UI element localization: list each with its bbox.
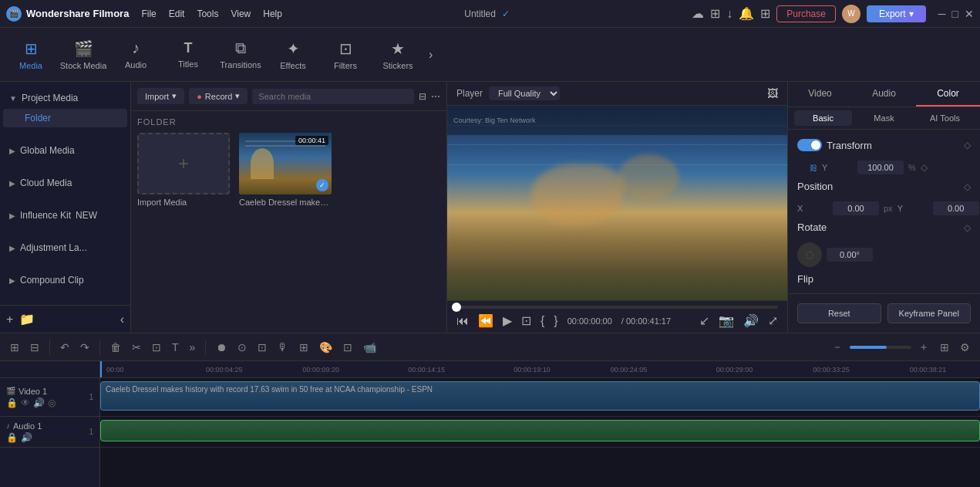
pos-x-input[interactable]: [833, 201, 879, 215]
mark-out-button[interactable]: }: [554, 314, 557, 328]
fullscreen-button[interactable]: ⤢: [768, 313, 778, 328]
record-tl-button[interactable]: ⏺: [212, 339, 231, 356]
menu-help[interactable]: Help: [263, 8, 282, 19]
sidebar-influence-kit-header[interactable]: ▶ Influence Kit NEW: [0, 205, 130, 225]
sidebar-folder-button[interactable]: 📁: [19, 312, 35, 326]
close-button[interactable]: ✕: [965, 8, 974, 20]
delete-button[interactable]: 🗑: [106, 339, 125, 356]
rotate-input[interactable]: [827, 248, 873, 262]
video-clip[interactable]: Caeleb Dressel makes history with record…: [100, 381, 980, 411]
scale-y-input[interactable]: [857, 161, 904, 174]
transform-toggle[interactable]: [797, 139, 822, 151]
undo-button[interactable]: ↶: [56, 339, 73, 356]
menu-file[interactable]: File: [141, 8, 156, 19]
tool-transitions[interactable]: ⧉ Transitions: [216, 30, 265, 79]
quality-select[interactable]: Full Quality 1/2 Quality 1/4 Quality: [489, 86, 560, 100]
sidebar-folder-item[interactable]: Folder: [3, 109, 127, 127]
visible-icon[interactable]: ◎: [48, 397, 56, 408]
pip-button[interactable]: ⊡: [339, 339, 356, 356]
more-tl-button[interactable]: »: [186, 339, 200, 356]
toolbar-more-arrow[interactable]: ›: [426, 45, 436, 65]
tab-audio[interactable]: Audio: [852, 82, 916, 107]
tool-stickers[interactable]: ★ Stickers: [373, 30, 423, 79]
download-icon[interactable]: ↓: [726, 7, 732, 21]
tool-filters[interactable]: ⊡ Filters: [321, 30, 370, 79]
sidebar-add-button[interactable]: +: [6, 313, 13, 326]
audio-tl-button[interactable]: 🎙: [274, 339, 292, 356]
menu-tools[interactable]: Tools: [197, 8, 218, 19]
zoom-bar[interactable]: [850, 346, 911, 349]
zoom-in-button[interactable]: ＋: [914, 338, 933, 357]
settings-tl-button[interactable]: ⚙: [956, 339, 974, 356]
tool-audio[interactable]: ♪ Audio: [111, 30, 160, 79]
avatar[interactable]: W: [842, 5, 860, 23]
step-back-button[interactable]: ⏪: [478, 313, 493, 328]
playhead[interactable]: [100, 361, 102, 377]
video-button[interactable]: 📹: [359, 339, 380, 356]
audio-speaker-icon[interactable]: 🔊: [21, 432, 32, 443]
sidebar-project-media-header[interactable]: ▼ Project Media: [0, 88, 130, 108]
speaker-icon[interactable]: 🔊: [33, 397, 45, 408]
minimize-button[interactable]: ─: [938, 8, 946, 20]
subtab-basic[interactable]: Basic: [794, 110, 852, 126]
tool-media[interactable]: ⊞ Media: [6, 30, 56, 79]
tool-effects[interactable]: ✦ Effects: [268, 30, 318, 79]
position-reset-icon[interactable]: ◇: [964, 181, 971, 192]
skip-back-button[interactable]: ⏮: [456, 314, 469, 328]
devices-icon[interactable]: ⊞: [710, 6, 720, 21]
bell-icon[interactable]: 🔔: [739, 6, 754, 21]
mask-tl-button[interactable]: ⊡: [254, 339, 271, 356]
trim-button[interactable]: ⊡: [148, 339, 165, 356]
record-button[interactable]: ● Record ▾: [189, 88, 248, 104]
grid-icon[interactable]: ⊞: [760, 6, 770, 21]
pos-y-input[interactable]: [933, 201, 979, 215]
export-button[interactable]: Export ▾: [867, 5, 926, 22]
redo-button[interactable]: ↷: [76, 339, 93, 356]
audio-lock-icon[interactable]: 🔒: [6, 432, 18, 443]
menu-edit[interactable]: Edit: [169, 8, 185, 19]
tab-video[interactable]: Video: [788, 82, 852, 107]
transform-reset-icon[interactable]: ◇: [964, 140, 971, 150]
maximize-button[interactable]: □: [952, 8, 958, 20]
more-options-icon[interactable]: ⋯: [431, 91, 440, 102]
lock-icon[interactable]: 🔒: [6, 397, 18, 408]
tool-stock-media[interactable]: 🎬 Stock Media: [59, 30, 108, 79]
sidebar-global-media-header[interactable]: ▶ Global Media: [0, 140, 130, 161]
import-button[interactable]: Import ▾: [137, 88, 184, 104]
rotate-reset-icon[interactable]: ◇: [964, 222, 971, 233]
tab-color[interactable]: Color: [916, 82, 980, 107]
subtab-mask[interactable]: Mask: [855, 110, 913, 126]
filter-icon[interactable]: ⊟: [419, 91, 426, 102]
audio-clip[interactable]: [100, 420, 980, 441]
square-button[interactable]: ⊡: [521, 313, 531, 328]
reset-button[interactable]: Reset: [797, 303, 881, 323]
zoom-out-button[interactable]: －: [828, 338, 847, 357]
text-button[interactable]: T: [168, 339, 183, 356]
purchase-button[interactable]: Purchase: [776, 5, 836, 22]
add-to-timeline-button[interactable]: ↙: [699, 313, 709, 328]
eye-icon[interactable]: 👁: [21, 397, 30, 408]
speed-button[interactable]: ⊙: [234, 339, 251, 356]
cloud-icon[interactable]: ☁: [692, 6, 704, 21]
search-input[interactable]: [252, 89, 414, 104]
audio-sep-button[interactable]: ⊞: [295, 339, 312, 356]
magnet-button[interactable]: ⊟: [26, 339, 43, 356]
play-button[interactable]: ▶: [503, 313, 512, 328]
progress-bar[interactable]: [456, 306, 778, 309]
menu-view[interactable]: View: [231, 8, 251, 19]
volume-button[interactable]: 🔊: [743, 313, 759, 328]
sidebar-cloud-media-header[interactable]: ▶ Cloud Media: [0, 173, 130, 193]
mark-in-button[interactable]: {: [541, 314, 544, 328]
sidebar-collapse-button[interactable]: ‹: [120, 313, 124, 326]
screenshot-icon[interactable]: 🖼: [767, 87, 778, 100]
split-button[interactable]: ✂: [128, 339, 145, 356]
color-tl-button[interactable]: 🎨: [315, 339, 336, 356]
sidebar-adjustment-header[interactable]: ▶ Adjustment La...: [0, 238, 130, 258]
import-media-card[interactable]: + Import Media: [137, 133, 230, 207]
subtab-ai-tools[interactable]: AI Tools: [916, 110, 974, 126]
clip-card[interactable]: 00:00:41 ✓ Caeleb Dressel makes ...: [239, 133, 332, 207]
screenshot-button[interactable]: 📷: [719, 313, 734, 328]
scale-reset-icon[interactable]: ◇: [921, 162, 928, 173]
scene-snap-button[interactable]: ⊞: [6, 339, 23, 356]
sidebar-compound-clip-header[interactable]: ▶ Compound Clip: [0, 270, 130, 290]
